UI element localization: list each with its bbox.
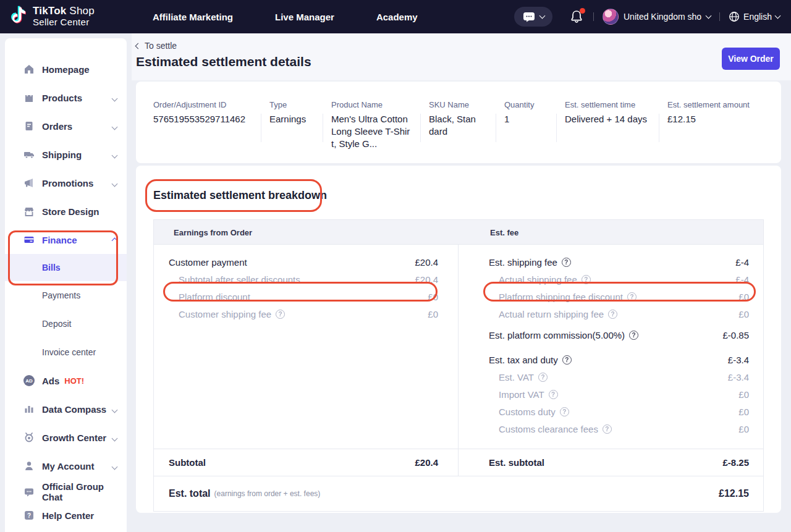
earnings-column: Customer payment £20.4 Subtotal after se… (154, 245, 459, 449)
globe-icon (729, 11, 740, 22)
tiktok-note-icon (9, 6, 27, 27)
sidebar-item-invoice-center[interactable]: Invoice center (5, 338, 127, 366)
row-label: Actual return shipping fee (499, 309, 604, 319)
sidebar-item-label: Official Group Chat (42, 481, 117, 502)
field-label: SKU Name (429, 100, 488, 109)
row-label: Actual shipping fee (499, 274, 577, 285)
nav-link-live-manager[interactable]: Live Manager (275, 12, 334, 22)
row-value: £0 (738, 407, 749, 417)
help-icon[interactable]: ? (629, 331, 638, 340)
help-icon[interactable]: ? (562, 258, 571, 267)
est-total-row: Est. total (earnings from order + est. f… (154, 476, 763, 511)
sidebar-item-ads[interactable]: AD Ads HOT! (5, 366, 127, 395)
row-label: Est. tax and duty (489, 355, 558, 365)
row-label: Platform discount (179, 292, 250, 302)
field-value: 1 (504, 113, 549, 125)
help-icon[interactable]: ? (549, 390, 558, 399)
divider (719, 12, 720, 21)
help-icon[interactable]: ? (582, 275, 591, 284)
chevron-down-icon (112, 407, 118, 413)
help-icon[interactable]: ? (608, 310, 617, 319)
subtotal-label: Subtotal (169, 457, 206, 468)
sidebar-item-payments[interactable]: Payments (5, 281, 127, 310)
nav-link-affiliate-marketing[interactable]: Affiliate Marketing (153, 12, 233, 22)
field-label: Est. settlement time (565, 100, 651, 109)
chevron-down-icon (775, 13, 781, 19)
notifications-button[interactable] (570, 9, 585, 24)
chevron-down-icon (112, 181, 118, 187)
help-icon[interactable]: ? (538, 373, 548, 382)
est-fee-column: Est. shipping fee? £-4 Actual shipping f… (459, 245, 763, 449)
field-label: Product Name (331, 100, 413, 109)
help-icon[interactable]: ? (627, 292, 637, 302)
breadcrumb-label: To settle (145, 41, 177, 51)
row-label: Customer shipping fee (179, 309, 271, 319)
sidebar-item-label: Promotions (42, 178, 93, 188)
view-order-button[interactable]: View Order (722, 48, 780, 70)
row-customer-shipping-fee: Customer shipping fee? £0 (169, 305, 438, 323)
row-label: Est. platform commission(5.00%) (489, 330, 625, 340)
help-icon[interactable]: ? (562, 355, 572, 365)
chat-messages-button[interactable] (514, 7, 552, 27)
sidebar-item-store-design[interactable]: Store Design (5, 197, 127, 226)
sidebar-item-homepage[interactable]: Homepage (5, 55, 127, 83)
chevron-down-icon (706, 13, 712, 19)
page-header: To settle Estimated settlement details V… (136, 41, 781, 78)
help-icon[interactable]: ? (560, 407, 569, 416)
sidebar-item-data-compass[interactable]: Data Compass (5, 395, 127, 423)
sidebar-item-bills[interactable]: Bills (5, 254, 127, 281)
home-icon (23, 64, 35, 75)
row-value: £0 (738, 292, 749, 302)
row-customer-payment: Customer payment £20.4 (169, 253, 438, 271)
finance-card-icon (23, 234, 35, 245)
summary-col-settlement-amount: Est. settlement amount £12.15 (667, 100, 764, 150)
row-value: £0 (738, 389, 749, 400)
logo-text: TikTok Shop Seller Center (33, 6, 95, 27)
breakdown-table-header: Earnings from Order Est. fee (154, 220, 763, 245)
row-value: £0 (428, 292, 438, 302)
sidebar-item-finance[interactable]: Finance (5, 226, 127, 254)
row-label: Import VAT (499, 389, 544, 400)
field-value: Delivered + 14 days (565, 113, 651, 125)
row-label: Est. VAT (499, 372, 534, 382)
est-total-note: (earnings from order + est. fees) (214, 489, 321, 498)
help-icon[interactable]: ? (603, 424, 612, 434)
row-est-platform-commission: Est. platform commission(5.00%)? £-0.85 (489, 326, 749, 344)
chevron-left-icon (135, 43, 142, 49)
row-value: £-4 (735, 274, 749, 285)
shop-account-menu[interactable]: United Kingdom sho (603, 9, 711, 25)
sidebar-item-shipping[interactable]: Shipping (5, 140, 127, 169)
row-est-tax-and-duty: Est. tax and duty? £-3.4 (489, 351, 749, 368)
row-label: Subtotal after seller discounts (179, 274, 300, 285)
summary-col-sku-name: SKU Name Black, Standard (429, 100, 488, 150)
tiktok-shop-logo[interactable]: TikTok Shop Seller Center (0, 6, 139, 27)
est-total-value: £12.15 (719, 488, 749, 499)
sidebar-item-products[interactable]: Products (5, 83, 127, 112)
field-label: Type (269, 100, 315, 109)
sidebar-item-official-group-chat[interactable]: Official Group Chat (5, 480, 127, 504)
sidebar-item-growth-center[interactable]: Growth Center (5, 423, 127, 452)
divider (593, 12, 594, 21)
row-label: Customs clearance fees (499, 424, 598, 434)
field-value: Black, Standard (429, 113, 478, 138)
shop-region-label: United Kingdom sho (624, 12, 701, 22)
help-icon[interactable]: ? (276, 310, 285, 319)
sidebar-item-deposit[interactable]: Deposit (5, 310, 127, 338)
notification-badge-dot (580, 8, 585, 14)
store-icon (23, 206, 35, 217)
breadcrumb-back-to-settle[interactable]: To settle (136, 41, 177, 51)
sidebar-item-orders[interactable]: Orders (5, 112, 127, 140)
field-label: Order/Adjustment ID (153, 100, 253, 109)
group-chat-icon (23, 486, 35, 497)
field-value: Earnings (269, 113, 315, 125)
top-navbar: TikTok Shop Seller Center Affiliate Mark… (0, 0, 791, 33)
sidebar-item-promotions[interactable]: Promotions (5, 169, 127, 197)
breakdown-heading: Estimated settlement breakdown (153, 187, 327, 205)
row-label: Customer payment (169, 257, 247, 268)
navbar-links: Affiliate Marketing Live Manager Academy (153, 12, 418, 22)
nav-link-academy[interactable]: Academy (376, 12, 418, 22)
sidebar-item-my-account[interactable]: My Account (5, 452, 127, 480)
sidebar-item-help-center[interactable]: ? Help Center (5, 504, 127, 527)
chevron-up-icon (112, 238, 118, 244)
language-selector[interactable]: English (729, 11, 780, 22)
